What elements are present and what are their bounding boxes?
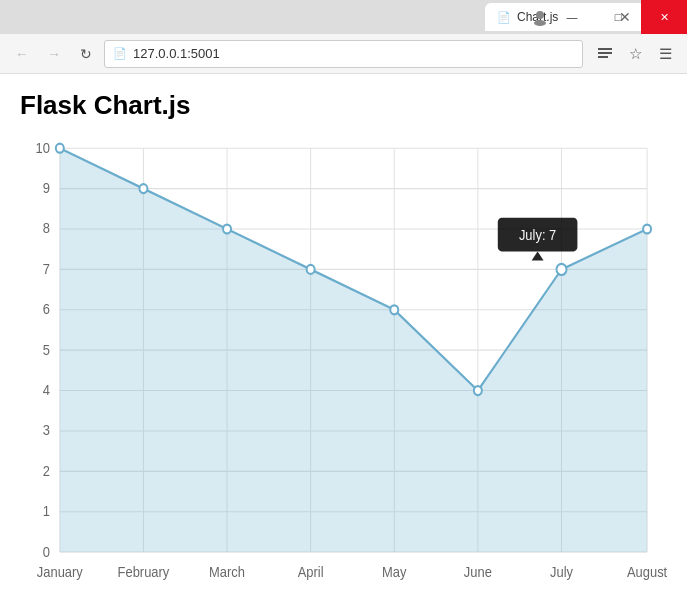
chart-container: 10 9 8 7 6 5 4 3 2 1 0 January February … xyxy=(20,137,667,597)
browser-window: 📄 Chart.js ✕ + — □ ✕ ← → ↻ 📄 127.0.0.1:5… xyxy=(0,0,687,608)
maximize-button[interactable]: □ xyxy=(595,0,641,34)
svg-text:January: January xyxy=(37,564,83,580)
svg-text:June: June xyxy=(464,564,492,580)
close-button[interactable]: ✕ xyxy=(641,0,687,34)
page-icon: 📄 xyxy=(113,47,127,60)
tab-page-icon: 📄 xyxy=(497,11,511,24)
svg-text:1: 1 xyxy=(43,504,50,520)
svg-text:5: 5 xyxy=(43,342,51,358)
svg-text:July: July xyxy=(550,564,573,580)
svg-text:April: April xyxy=(298,564,324,580)
svg-point-46 xyxy=(223,225,231,234)
avatar-icon xyxy=(531,8,549,26)
line-chart: 10 9 8 7 6 5 4 3 2 1 0 January February … xyxy=(20,137,667,597)
reload-button[interactable]: ↻ xyxy=(72,40,100,68)
svg-marker-54 xyxy=(532,251,544,260)
address-bar[interactable]: 📄 127.0.0.1:5001 xyxy=(104,40,583,68)
menu-button[interactable]: ☰ xyxy=(651,40,679,68)
svg-point-49 xyxy=(474,386,482,395)
svg-text:10: 10 xyxy=(35,140,50,156)
svg-text:May: May xyxy=(382,564,407,580)
toolbar-actions: ☆ ☰ xyxy=(591,40,679,68)
url-text: 127.0.0.1:5001 xyxy=(133,46,220,61)
svg-text:4: 4 xyxy=(43,382,51,398)
svg-text:6: 6 xyxy=(43,302,51,318)
svg-text:2: 2 xyxy=(43,463,50,479)
svg-point-50 xyxy=(557,264,567,275)
title-bar: 📄 Chart.js ✕ + — □ ✕ xyxy=(0,0,687,34)
svg-text:8: 8 xyxy=(43,221,51,237)
bookmark-star-button[interactable]: ☆ xyxy=(621,40,649,68)
svg-marker-43 xyxy=(60,148,647,552)
back-button[interactable]: ← xyxy=(8,40,36,68)
svg-text:7: 7 xyxy=(43,261,50,277)
svg-text:July: 7: July: 7 xyxy=(519,228,556,244)
svg-point-48 xyxy=(390,305,398,314)
svg-text:9: 9 xyxy=(43,180,50,196)
toolbar: ← → ↻ 📄 127.0.0.1:5001 ☆ ☰ xyxy=(0,34,687,74)
minimize-button[interactable]: — xyxy=(549,0,595,34)
svg-point-1 xyxy=(534,20,546,26)
svg-rect-2 xyxy=(598,48,612,50)
svg-point-44 xyxy=(56,144,64,153)
svg-rect-4 xyxy=(598,56,608,58)
svg-text:August: August xyxy=(627,564,667,580)
svg-point-0 xyxy=(536,11,544,19)
svg-text:February: February xyxy=(118,564,170,580)
svg-rect-3 xyxy=(598,52,612,54)
page-title: Flask Chart.js xyxy=(20,90,667,121)
svg-text:3: 3 xyxy=(43,423,51,439)
svg-point-47 xyxy=(307,265,315,274)
svg-text:0: 0 xyxy=(43,544,51,560)
svg-point-45 xyxy=(139,184,147,193)
window-controls: — □ ✕ xyxy=(549,0,687,34)
svg-point-51 xyxy=(643,225,651,234)
bookmark-list-button[interactable] xyxy=(591,40,619,68)
page-content: Flask Chart.js xyxy=(0,74,687,608)
forward-button[interactable]: → xyxy=(40,40,68,68)
svg-text:March: March xyxy=(209,564,245,580)
